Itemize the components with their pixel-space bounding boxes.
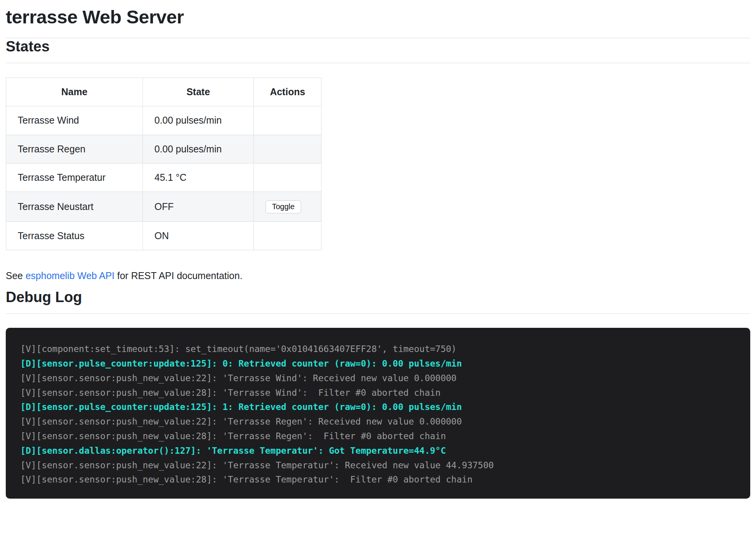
states-table: Name State Actions Terrasse Wind 0.00 pu… (6, 78, 322, 250)
header-actions: Actions (254, 78, 322, 106)
log-line: [D][sensor.dallas:operator():127]: 'Terr… (20, 444, 750, 458)
api-note-prefix: See (6, 270, 25, 281)
cell-state: 45.1 °C (143, 163, 254, 192)
log-line: [V][sensor.sensor:push_new_value:28]: 'T… (20, 429, 750, 444)
cell-actions (254, 222, 322, 250)
table-row: Terrasse Wind 0.00 pulses/min (6, 106, 322, 135)
table-row: Terrasse Status ON (6, 222, 322, 250)
cell-actions (254, 106, 322, 135)
log-line: [V][sensor.sensor:push_new_value:22]: 'T… (20, 415, 750, 429)
cell-name: Terrasse Status (6, 222, 143, 250)
cell-actions (254, 135, 322, 163)
api-note: See esphomelib Web API for REST API docu… (6, 270, 750, 281)
cell-state: 0.00 pulses/min (143, 106, 254, 135)
cell-actions (254, 163, 322, 192)
api-note-suffix: for REST API documentation. (114, 270, 242, 281)
cell-state: OFF (143, 192, 254, 222)
header-state: State (143, 78, 254, 106)
cell-state: 0.00 pulses/min (143, 135, 254, 163)
cell-state: ON (143, 222, 254, 250)
debug-divider (6, 313, 750, 314)
log-line: [V][sensor.sensor:push_new_value:22]: 'T… (20, 371, 750, 386)
log-line: [D][sensor.pulse_counter:update:125]: 1:… (20, 400, 750, 415)
log-line: [V][sensor.sensor:push_new_value:28]: 'T… (20, 386, 750, 400)
cell-name: Terrasse Regen (6, 135, 143, 163)
cell-name: Terrasse Wind (6, 106, 143, 135)
debug-log-heading: Debug Log (6, 289, 750, 306)
states-heading: States (6, 38, 750, 55)
debug-log-section: Debug Log [V][component:set_timeout:53]:… (6, 289, 750, 499)
cell-name: Terrasse Temperatur (6, 163, 143, 192)
page-root: terrasse Web Server States Name State Ac… (0, 6, 756, 506)
debug-log-panel: [V][component:set_timeout:53]: set_timeo… (6, 328, 750, 499)
log-line: [D][sensor.pulse_counter:update:125]: 0:… (20, 357, 750, 371)
log-line: [V][sensor.sensor:push_new_value:28]: 'T… (20, 473, 750, 487)
cell-name: Terrasse Neustart (6, 192, 143, 222)
table-row: Terrasse Regen 0.00 pulses/min (6, 135, 322, 163)
toggle-button[interactable]: Toggle (265, 200, 301, 213)
cell-actions: Toggle (254, 192, 322, 222)
log-line: [V][component:set_timeout:53]: set_timeo… (20, 342, 750, 357)
log-line: [V][sensor.sensor:push_new_value:22]: 'T… (20, 458, 750, 473)
header-name: Name (6, 78, 143, 106)
esphomelib-web-api-link[interactable]: esphomelib Web API (25, 270, 114, 281)
table-header-row: Name State Actions (6, 78, 322, 106)
table-row: Terrasse Neustart OFF Toggle (6, 192, 322, 222)
states-divider (6, 63, 750, 63)
table-row: Terrasse Temperatur 45.1 °C (6, 163, 322, 192)
page-title: terrasse Web Server (6, 6, 750, 28)
